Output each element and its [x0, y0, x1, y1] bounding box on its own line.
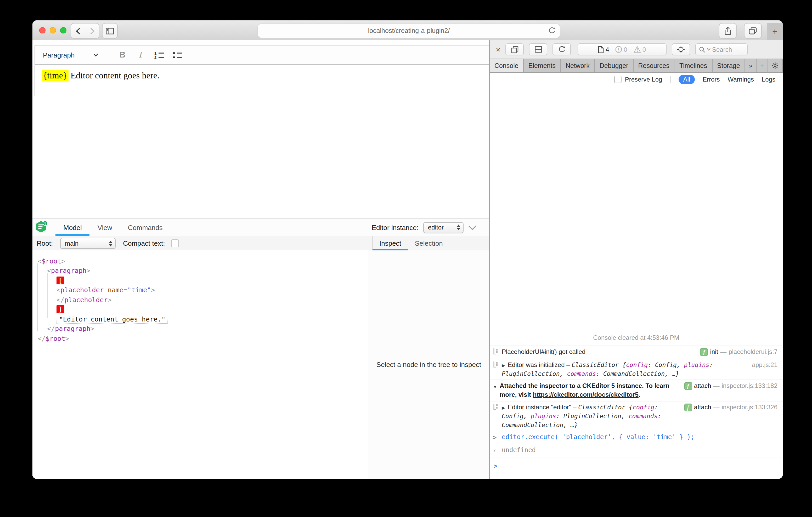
console-message[interactable]: ▶Editor instance "editor" – ClassicEdito…	[490, 401, 783, 431]
plus-icon: +	[772, 26, 778, 37]
devtools-tab-timelines[interactable]: Timelines	[675, 59, 712, 72]
console-token: : PluginCollection,	[556, 413, 629, 420]
console-prompt-row[interactable]: >	[490, 457, 783, 476]
detach-devtools-button[interactable]	[505, 43, 524, 55]
tree-node[interactable]: <$root>	[32, 256, 368, 266]
minimize-window-button[interactable]	[50, 27, 56, 33]
console-token: config	[626, 361, 648, 368]
tree-token: <	[38, 257, 41, 265]
tree-node[interactable]: "Editor content goes here."	[32, 314, 368, 324]
tree-token: >	[65, 335, 69, 342]
inspector-body: <$root><paragraph>[<placeholder name="ti…	[32, 250, 489, 479]
side-tab-selection[interactable]: Selection	[408, 236, 450, 250]
editor-instance-select[interactable]: editor	[423, 222, 464, 233]
inspector-tab-model[interactable]: Model	[55, 219, 90, 236]
tree-node[interactable]: <paragraph>	[32, 266, 368, 275]
console-message-location[interactable]: finit— placeholderui.js:7	[700, 347, 778, 356]
devtools-tab-storage[interactable]: Storage	[712, 59, 745, 72]
editor-content[interactable]: {time} Editor content goes here.	[34, 65, 522, 96]
divider	[670, 75, 670, 83]
inspector-controls-row: Root: main Compact text: InspectSelectio…	[32, 236, 489, 251]
forward-button[interactable]	[85, 23, 99, 39]
nav-buttons	[70, 23, 99, 39]
resource-summary-button[interactable]: 4 0 0	[578, 43, 667, 55]
tree-node[interactable]: ]	[32, 304, 368, 314]
console-token: plugins	[684, 361, 709, 368]
show-all-tabs-button[interactable]	[744, 23, 762, 39]
console-link[interactable]: https://ckeditor.com/docs/ckeditor5	[533, 391, 639, 398]
devtools-tab-debugger[interactable]: Debugger	[595, 59, 634, 72]
zoom-window-button[interactable]	[60, 27, 66, 33]
address-bar[interactable]: localhost/creating-a-plugin2/	[257, 24, 560, 38]
console-token: PlaceholderUI#init() got called	[502, 348, 585, 356]
new-tab-button[interactable]: +	[767, 23, 783, 40]
tree-token: >	[151, 286, 155, 294]
element-picker-button[interactable]	[672, 43, 690, 55]
console-filter-errors[interactable]: Errors	[703, 75, 720, 83]
console-token: .	[639, 391, 640, 398]
devtools-tab-resources[interactable]: Resources	[633, 59, 675, 72]
preserve-log-toggle[interactable]: Preserve Log	[614, 75, 662, 83]
share-button[interactable]	[719, 23, 737, 39]
console-message-location[interactable]: app.js:21	[752, 361, 778, 369]
numbered-list-button[interactable]: 12	[153, 51, 165, 59]
sidebar-toggle-button[interactable]	[102, 23, 118, 39]
function-badge-icon: f	[700, 348, 708, 356]
settings-gear-icon[interactable]	[768, 59, 783, 72]
devtools-tab-console[interactable]: Console	[490, 59, 524, 72]
console-message-location[interactable]: fattach— inspector.js:133:182	[684, 382, 778, 391]
console-message-location[interactable]: fattach— inspector.js:133:326	[684, 403, 778, 412]
compact-text-checkbox[interactable]	[171, 239, 179, 247]
collapse-inspector-icon[interactable]	[468, 225, 476, 230]
reload-page-button[interactable]	[552, 43, 571, 55]
close-devtools-button[interactable]: ×	[494, 45, 502, 54]
placeholder-widget[interactable]: {time}	[42, 70, 68, 81]
console-message[interactable]: ‹undefined	[490, 444, 783, 457]
close-window-button[interactable]	[39, 27, 46, 33]
console-filter-logs[interactable]: Logs	[762, 75, 775, 83]
console-message[interactable]: PlaceholderUI#init() got calledfinit— pl…	[490, 345, 783, 359]
add-tab-button[interactable]: +	[757, 59, 768, 72]
console-message[interactable]: ▶Editor was initialized – ClassicEditor …	[490, 359, 783, 380]
tree-token: "time"	[127, 286, 151, 294]
inspector-tab-view[interactable]: View	[90, 219, 120, 236]
function-badge-icon: f	[684, 383, 692, 390]
preserve-log-checkbox[interactable]	[614, 75, 622, 83]
devtools-tab-network[interactable]: Network	[561, 59, 595, 72]
disclosure-closed-icon[interactable]: ▶	[502, 405, 505, 410]
tree-node[interactable]: [	[32, 275, 368, 285]
tree-node[interactable]: </placeholder>	[32, 295, 368, 304]
ckeditor: Paragraph B I 12	[34, 45, 522, 96]
root-label: Root:	[37, 239, 53, 247]
disclosure-closed-icon[interactable]: ▶	[502, 363, 505, 368]
root-select[interactable]: main	[60, 238, 116, 249]
source-location[interactable]: inspector.js:133:182	[722, 383, 778, 391]
tree-token: placeholder	[64, 296, 108, 304]
tree-node[interactable]: <placeholder name="time">	[32, 285, 368, 295]
console-message[interactable]: ▼Attached the inspector to a CKEditor 5 …	[490, 380, 783, 401]
more-tabs-button[interactable]: »	[745, 59, 757, 72]
console-message[interactable]: >editor.execute( 'placeholder', { value:…	[490, 431, 783, 444]
back-button[interactable]	[70, 23, 85, 39]
search-icon	[699, 46, 705, 53]
disclosure-open-icon[interactable]: ▼	[493, 382, 500, 391]
source-location[interactable]: placeholderui.js:7	[729, 348, 778, 356]
side-tab-inspect[interactable]: Inspect	[373, 236, 408, 250]
source-location[interactable]: inspector.js:133:326	[722, 403, 778, 412]
tree-node[interactable]: </paragraph>	[32, 324, 368, 334]
source-location[interactable]: app.js:21	[752, 361, 778, 369]
console-filter-all[interactable]: All	[678, 74, 695, 84]
bulleted-list-button[interactable]	[171, 51, 184, 59]
detach-icon	[511, 46, 518, 53]
dock-side-button[interactable]	[529, 43, 547, 55]
devtools-tab-elements[interactable]: Elements	[524, 59, 561, 72]
reload-button[interactable]	[548, 27, 556, 37]
paragraph-style-dropdown[interactable]: Paragraph	[43, 51, 98, 59]
bold-button[interactable]: B	[116, 50, 129, 60]
inspector-tab-commands[interactable]: Commands	[120, 219, 171, 236]
devtools-search-field[interactable]: Search	[695, 43, 748, 55]
console-token: plugins	[531, 413, 556, 420]
italic-button[interactable]: I	[135, 50, 147, 60]
tree-node[interactable]: </$root>	[32, 334, 368, 343]
console-filter-warnings[interactable]: Warnings	[727, 75, 754, 83]
